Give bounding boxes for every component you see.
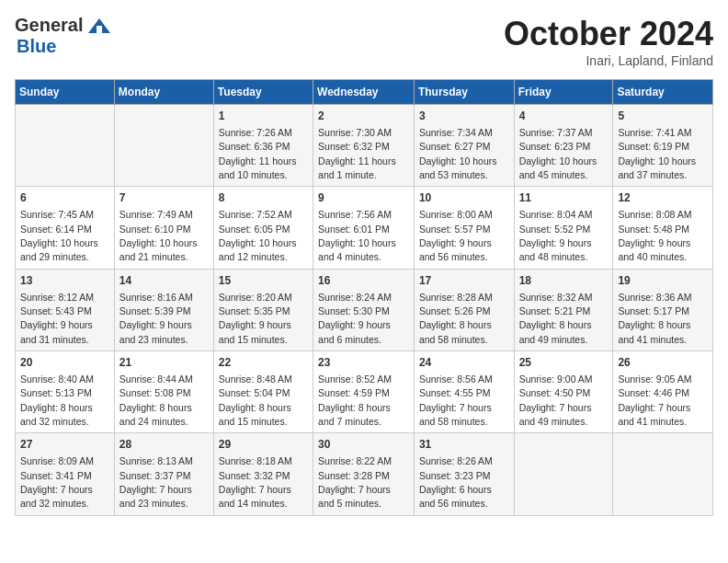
calendar-cell: 11Sunrise: 8:04 AM Sunset: 5:52 PM Dayli… [514, 187, 613, 269]
day-info: Sunrise: 8:00 AM Sunset: 5:57 PM Dayligh… [419, 209, 493, 262]
day-number: 1 [219, 109, 308, 124]
day-info: Sunrise: 8:12 AM Sunset: 5:43 PM Dayligh… [20, 292, 94, 345]
day-number: 11 [519, 190, 609, 206]
day-info: Sunrise: 8:20 AM Sunset: 5:35 PM Dayligh… [219, 292, 292, 345]
day-info: Sunrise: 8:56 AM Sunset: 4:55 PM Dayligh… [419, 373, 493, 427]
calendar-cell: 13Sunrise: 8:12 AM Sunset: 5:43 PM Dayli… [16, 269, 115, 350]
day-info: Sunrise: 9:05 AM Sunset: 4:46 PM Dayligh… [618, 373, 691, 427]
calendar-body: 1Sunrise: 7:26 AM Sunset: 6:36 PM Daylig… [16, 105, 713, 516]
weekday-header-wednesday: Wednesday [313, 80, 415, 105]
day-info: Sunrise: 8:18 AM Sunset: 3:32 PM Dayligh… [219, 455, 292, 509]
calendar-cell: 17Sunrise: 8:28 AM Sunset: 5:26 PM Dayli… [414, 269, 514, 350]
day-info: Sunrise: 8:52 AM Sunset: 4:59 PM Dayligh… [318, 373, 392, 427]
calendar-cell: 10Sunrise: 8:00 AM Sunset: 5:57 PM Dayli… [414, 187, 514, 269]
day-number: 20 [20, 355, 109, 371]
calendar-cell: 23Sunrise: 8:52 AM Sunset: 4:59 PM Dayli… [313, 351, 415, 433]
day-number: 2 [318, 109, 409, 124]
day-number: 13 [20, 273, 109, 289]
day-info: Sunrise: 8:09 AM Sunset: 3:41 PM Dayligh… [20, 455, 94, 509]
day-info: Sunrise: 8:13 AM Sunset: 3:37 PM Dayligh… [119, 455, 193, 509]
calendar-cell: 3Sunrise: 7:34 AM Sunset: 6:27 PM Daylig… [414, 105, 514, 187]
calendar-week-4: 20Sunrise: 8:40 AM Sunset: 5:13 PM Dayli… [16, 351, 713, 433]
calendar-header: SundayMondayTuesdayWednesdayThursdayFrid… [16, 80, 713, 105]
weekday-header-friday: Friday [514, 80, 613, 105]
weekday-header-saturday: Saturday [613, 80, 713, 105]
day-number: 25 [519, 355, 609, 371]
day-number: 3 [419, 109, 509, 124]
day-info: Sunrise: 8:40 AM Sunset: 5:13 PM Dayligh… [20, 373, 94, 427]
day-number: 24 [419, 355, 509, 371]
day-info: Sunrise: 7:34 AM Sunset: 6:27 PM Dayligh… [419, 127, 497, 180]
calendar-cell: 2Sunrise: 7:30 AM Sunset: 6:32 PM Daylig… [313, 105, 415, 187]
day-info: Sunrise: 8:22 AM Sunset: 3:28 PM Dayligh… [318, 455, 392, 509]
calendar-week-2: 6Sunrise: 7:45 AM Sunset: 6:14 PM Daylig… [16, 187, 713, 269]
day-number: 14 [119, 273, 209, 289]
calendar-cell [514, 433, 613, 515]
day-number: 15 [219, 273, 308, 289]
calendar-week-1: 1Sunrise: 7:26 AM Sunset: 6:36 PM Daylig… [16, 105, 713, 187]
day-number: 5 [618, 109, 708, 124]
day-number: 10 [419, 190, 509, 206]
day-info: Sunrise: 8:28 AM Sunset: 5:26 PM Dayligh… [419, 292, 493, 345]
weekday-header-monday: Monday [114, 80, 213, 105]
calendar-week-3: 13Sunrise: 8:12 AM Sunset: 5:43 PM Dayli… [16, 269, 713, 350]
day-info: Sunrise: 7:26 AM Sunset: 6:36 PM Dayligh… [219, 127, 297, 180]
day-number: 29 [219, 437, 308, 453]
day-number: 31 [419, 437, 509, 453]
calendar-cell: 20Sunrise: 8:40 AM Sunset: 5:13 PM Dayli… [16, 351, 115, 433]
day-number: 12 [618, 190, 708, 206]
day-number: 27 [20, 437, 109, 453]
calendar-cell: 27Sunrise: 8:09 AM Sunset: 3:41 PM Dayli… [16, 433, 115, 515]
calendar-cell: 15Sunrise: 8:20 AM Sunset: 5:35 PM Dayli… [213, 269, 313, 350]
logo-icon [86, 17, 112, 35]
title-section: October 2024 Inari, Lapland, Finland [504, 15, 713, 68]
calendar-cell: 26Sunrise: 9:05 AM Sunset: 4:46 PM Dayli… [613, 351, 713, 433]
day-number: 26 [618, 355, 708, 371]
logo-blue-text: Blue [17, 36, 56, 56]
calendar-cell: 4Sunrise: 7:37 AM Sunset: 6:23 PM Daylig… [514, 105, 613, 187]
weekday-header-sunday: Sunday [16, 80, 115, 105]
calendar-cell: 31Sunrise: 8:26 AM Sunset: 3:23 PM Dayli… [414, 433, 514, 515]
day-number: 30 [318, 437, 409, 453]
calendar-cell [613, 433, 713, 515]
month-title: October 2024 [504, 15, 713, 53]
calendar-cell: 1Sunrise: 7:26 AM Sunset: 6:36 PM Daylig… [213, 105, 313, 187]
location-subtitle: Inari, Lapland, Finland [504, 53, 713, 68]
calendar-cell: 28Sunrise: 8:13 AM Sunset: 3:37 PM Dayli… [114, 433, 213, 515]
day-number: 22 [219, 355, 308, 371]
calendar-cell: 12Sunrise: 8:08 AM Sunset: 5:48 PM Dayli… [613, 187, 713, 269]
day-number: 23 [318, 355, 409, 371]
calendar-table: SundayMondayTuesdayWednesdayThursdayFrid… [15, 79, 713, 516]
logo-general-text: General [15, 15, 83, 36]
logo: General Blue [15, 15, 112, 57]
day-info: Sunrise: 8:32 AM Sunset: 5:21 PM Dayligh… [519, 292, 593, 345]
calendar-cell: 21Sunrise: 8:44 AM Sunset: 5:08 PM Dayli… [114, 351, 213, 433]
day-info: Sunrise: 8:08 AM Sunset: 5:48 PM Dayligh… [618, 209, 691, 262]
day-number: 7 [119, 190, 209, 206]
day-info: Sunrise: 7:45 AM Sunset: 6:14 PM Dayligh… [20, 209, 98, 262]
calendar-cell: 8Sunrise: 7:52 AM Sunset: 6:05 PM Daylig… [213, 187, 313, 269]
calendar-cell [16, 105, 115, 187]
day-info: Sunrise: 8:16 AM Sunset: 5:39 PM Dayligh… [119, 292, 193, 345]
calendar-cell: 14Sunrise: 8:16 AM Sunset: 5:39 PM Dayli… [114, 269, 213, 350]
day-number: 21 [119, 355, 209, 371]
calendar-cell: 29Sunrise: 8:18 AM Sunset: 3:32 PM Dayli… [213, 433, 313, 515]
calendar-cell: 25Sunrise: 9:00 AM Sunset: 4:50 PM Dayli… [514, 351, 613, 433]
day-number: 19 [618, 273, 708, 289]
calendar-cell: 16Sunrise: 8:24 AM Sunset: 5:30 PM Dayli… [313, 269, 415, 350]
day-info: Sunrise: 8:44 AM Sunset: 5:08 PM Dayligh… [119, 373, 193, 427]
day-info: Sunrise: 9:00 AM Sunset: 4:50 PM Dayligh… [519, 373, 593, 427]
day-number: 28 [119, 437, 209, 453]
weekday-header-row: SundayMondayTuesdayWednesdayThursdayFrid… [16, 80, 713, 105]
svg-rect-1 [97, 26, 102, 33]
day-number: 17 [419, 273, 509, 289]
calendar-cell: 5Sunrise: 7:41 AM Sunset: 6:19 PM Daylig… [613, 105, 713, 187]
calendar-cell: 19Sunrise: 8:36 AM Sunset: 5:17 PM Dayli… [613, 269, 713, 350]
calendar-cell: 30Sunrise: 8:22 AM Sunset: 3:28 PM Dayli… [313, 433, 415, 515]
day-number: 6 [20, 190, 109, 206]
day-number: 4 [519, 109, 609, 124]
day-info: Sunrise: 7:30 AM Sunset: 6:32 PM Dayligh… [318, 127, 396, 180]
calendar-cell: 9Sunrise: 7:56 AM Sunset: 6:01 PM Daylig… [313, 187, 415, 269]
day-number: 18 [519, 273, 609, 289]
page-header: General Blue October 2024 Inari, Lapland… [15, 15, 713, 68]
